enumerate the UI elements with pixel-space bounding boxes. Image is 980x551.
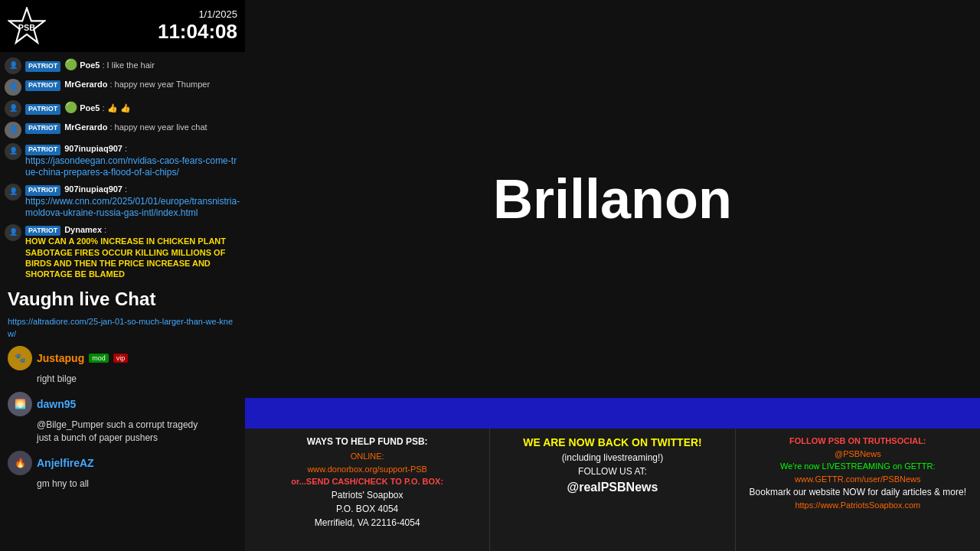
- ticker-text: of Gaps in Christmas Market Security Wee…: [245, 406, 980, 422]
- center-display-text: Brillanon: [493, 168, 732, 230]
- news-ticker: of Gaps in Christmas Market Security Wee…: [245, 398, 980, 429]
- avatar: 👤: [5, 143, 21, 160]
- vaughn-message-text: gm hny to all: [0, 477, 245, 494]
- mail-city: Merrifield, VA 22116-4054: [254, 516, 480, 530]
- badge-patriot: PATRIOT: [25, 185, 60, 196]
- date-display: 1/1/2025: [158, 8, 237, 20]
- mail-box: P.O. BOX 4054: [254, 502, 480, 516]
- avatar: 👤: [5, 184, 21, 201]
- time-display: 11:04:08: [158, 20, 237, 44]
- avatar: 🔥: [8, 451, 32, 475]
- chat-message: 👤 PATRIOT 907inupiaq907 : https://www.cn…: [0, 181, 245, 222]
- chat-message-text: HOW CAN A 200% INCREASE IN CHICKEN PLANT…: [25, 236, 240, 279]
- online-link[interactable]: www.donorbox.org/support-PSB: [254, 463, 480, 476]
- chat-message: 👤 PATRIOT MrGerardo : happy new year liv…: [0, 119, 245, 141]
- badge-patriot: PATRIOT: [25, 226, 60, 236]
- gettr-link[interactable]: www.GETTR.com/user/PSBNews: [745, 473, 971, 486]
- video-area: Brillanon: [245, 0, 980, 398]
- psb-logo-icon: PSB: [8, 7, 46, 45]
- chat-message: 👤 PATRIOT 907inupiaq907 : https://jasond…: [0, 141, 245, 181]
- vaughn-message-text: right bilge: [0, 372, 245, 389]
- datetime: 1/1/2025 11:04:08: [158, 8, 237, 44]
- avatar: 👤: [5, 79, 21, 96]
- chat-message: 👤 PATRIOT MrGerardo : happy new year Thu…: [0, 77, 245, 98]
- twitter-line3: FOLLOW US AT:: [499, 465, 725, 478]
- truthsocial-column: FOLLOW PSB ON TRUTHSOCIAL: @PSBNews We'r…: [736, 429, 980, 551]
- mail-label: or...SEND CASH/CHECK TO P.O. BOX:: [254, 475, 480, 488]
- badge-patriot: PATRIOT: [25, 145, 60, 155]
- username: dawn95: [37, 398, 76, 410]
- chat-link[interactable]: https://www.cnn.com/2025/01/01/europe/tr…: [25, 196, 240, 220]
- message-row: PATRIOT MrGerardo : happy new year live …: [25, 122, 240, 134]
- main-content: Brillanon of Gaps in Christmas Market Se…: [245, 0, 980, 551]
- avatar: 👤: [5, 100, 21, 117]
- avatar: 👤: [5, 57, 21, 74]
- chat-message: 👤 PATRIOT Dynamex : HOW CAN A 200% INCRE…: [0, 222, 245, 282]
- badge-mod: mod: [89, 354, 109, 363]
- top-bar: PSB 1/1/2025 11:04:08: [0, 0, 245, 52]
- message-row: PATRIOT MrGerardo : happy new year Thump…: [25, 79, 240, 91]
- mail-name: Patriots' Soapbox: [254, 488, 480, 502]
- vaughn-user-row: 🐾 Justapug mod vip: [0, 343, 245, 372]
- username: AnjelfireAZ: [37, 457, 94, 469]
- online-label: ONLINE:: [254, 450, 480, 463]
- fund-title: WAYS TO HELP FUND PSB:: [254, 435, 480, 448]
- avatar: 🐾: [8, 346, 32, 370]
- twitter-line2: (including livestreaming!): [499, 451, 725, 465]
- avatar: 👤: [5, 122, 21, 139]
- twitter-column: WE ARE NOW BACK ON TWITTER! (including l…: [490, 429, 735, 551]
- username: Justapug: [37, 352, 84, 364]
- chat-section[interactable]: 👤 PATRIOT 🟢 Poe5 : I like the hair 👤 PAT…: [0, 52, 245, 551]
- vaughn-message-text: @Bilge_Pumper such a corrupt tragedyjust…: [0, 418, 245, 448]
- badge-patriot: PATRIOT: [25, 80, 60, 91]
- sidebar: PSB 1/1/2025 11:04:08 👤 PATRIOT 🟢 Poe5 :…: [0, 0, 245, 551]
- badge-patriot: PATRIOT: [25, 104, 60, 115]
- avatar: 👤: [5, 224, 21, 241]
- truth-handle: @PSBNews: [745, 448, 971, 461]
- message-row: PATRIOT 🟢 Poe5 : I like the hair: [25, 57, 240, 72]
- bottom-info-bar: WAYS TO HELP FUND PSB: ONLINE: www.donor…: [245, 429, 980, 551]
- website-line: Bookmark our website NOW for daily artic…: [745, 485, 971, 499]
- vaughn-user-row: 🌅 dawn95: [0, 389, 245, 418]
- vaughn-link[interactable]: https://altradiore.com/25-jan-01-so-much…: [8, 317, 233, 339]
- vaughn-user-row: 🔥 AnjelfireAZ: [0, 448, 245, 477]
- chat-link[interactable]: https://jasondeegan.com/nvidias-caos-fea…: [25, 155, 240, 179]
- avatar: 🌅: [8, 392, 32, 416]
- gettr-line: We're now LIVESTREAMING on GETTR:: [745, 460, 971, 473]
- badge-patriot: PATRIOT: [25, 123, 60, 134]
- message-row: PATRIOT 907inupiaq907 : https://jasondee…: [25, 143, 240, 179]
- badge-patriot: PATRIOT: [25, 61, 60, 72]
- vaughn-link-message: https://altradiore.com/25-jan-01-so-much…: [0, 313, 245, 344]
- twitter-handle: @realPSBNews: [499, 478, 725, 497]
- website-link[interactable]: https://www.PatriotsSoapbox.com: [745, 499, 971, 512]
- logo: PSB: [8, 7, 46, 45]
- truth-line1: FOLLOW PSB ON TRUTHSOCIAL:: [745, 435, 971, 448]
- vaughn-chat-title: Vaughn live Chat: [8, 289, 237, 310]
- chat-message: 👤 PATRIOT 🟢 Poe5 : I like the hair: [0, 55, 245, 77]
- twitter-line1: WE ARE NOW BACK ON TWITTER!: [499, 435, 725, 451]
- message-row: PATRIOT 🟢 Poe5 : 👍 👍: [25, 100, 240, 115]
- svg-text:PSB: PSB: [18, 23, 35, 32]
- badge-vip: vip: [113, 354, 129, 363]
- chat-message: 👤 PATRIOT 🟢 Poe5 : 👍 👍: [0, 98, 245, 119]
- vaughn-chat-header: Vaughn live Chat: [0, 282, 245, 313]
- fund-psb-column: WAYS TO HELP FUND PSB: ONLINE: www.donor…: [245, 429, 490, 551]
- message-row: PATRIOT 907inupiaq907 : https://www.cnn.…: [25, 184, 240, 220]
- message-row: PATRIOT Dynamex : HOW CAN A 200% INCREAS…: [25, 224, 240, 280]
